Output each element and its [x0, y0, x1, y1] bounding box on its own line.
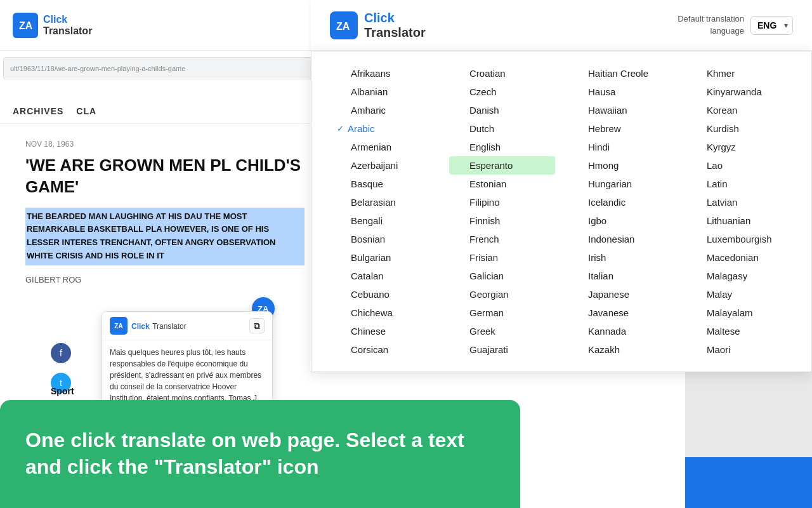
lang-column-2: CroatianCzechDanishDutchEnglishEsperanto… — [443, 64, 561, 359]
article-headline: 'WE ARE GROWN MEN PL CHILD'S GAME' — [25, 155, 304, 198]
lang-item[interactable]: Irish — [568, 248, 674, 267]
lang-item[interactable]: Chichewa — [331, 304, 436, 322]
lang-item[interactable]: Latin — [686, 175, 792, 193]
lang-columns: AfrikaansAlbanianAmharicArabicArmenianAz… — [311, 64, 811, 359]
bg-nav: ARCHIVES CLA — [0, 98, 311, 124]
lang-item[interactable]: Belarasian — [331, 193, 436, 211]
lang-item[interactable]: English — [449, 138, 555, 156]
lang-item[interactable]: Frisian — [449, 248, 555, 267]
lang-item[interactable]: Afrikaans — [331, 64, 436, 83]
lang-item[interactable]: Greek — [449, 322, 555, 340]
nav-archives[interactable]: ARCHIVES — [13, 106, 63, 116]
lang-item[interactable]: Malagasy — [686, 267, 792, 285]
lang-item[interactable]: Czech — [449, 83, 555, 101]
lang-item[interactable]: Hungarian — [568, 175, 674, 193]
lang-item[interactable]: Malayalam — [686, 304, 792, 322]
blue-decorative-box — [685, 457, 812, 508]
lang-setting: Default translationlanguage ENG FRN SPA — [678, 13, 793, 36]
lang-item[interactable]: Igbo — [568, 211, 674, 230]
lang-item[interactable]: Croatian — [449, 64, 555, 83]
lang-item[interactable]: Indonesian — [568, 230, 674, 248]
lang-item[interactable]: Lithuanian — [686, 211, 792, 230]
copy-button[interactable]: ⧉ — [249, 318, 265, 333]
nav-cla[interactable]: CLA — [76, 106, 96, 116]
facebook-icon[interactable]: f — [51, 343, 71, 363]
bg-header: ZA Click Translator — [0, 0, 311, 51]
lang-item[interactable]: Kurdish — [686, 119, 792, 138]
article-highlighted: THE BEARDED MAN LAUGHING AT HIS DAU THE … — [25, 208, 304, 265]
sport-label: Sport — [51, 386, 74, 396]
lang-column-4: KhmerKinyarwandaKoreanKurdishKyrgyzLaoLa… — [680, 64, 799, 359]
lang-column-3: Haitian CreoleHausaHawaiianHebrewHindiHm… — [561, 64, 680, 359]
lang-item[interactable]: Catalan — [331, 267, 436, 285]
lang-item[interactable]: Esperanto — [449, 156, 555, 175]
lang-item[interactable]: Bulgarian — [331, 248, 436, 267]
svg-text:ZA: ZA — [336, 21, 350, 32]
lang-item[interactable]: Chinese — [331, 322, 436, 340]
ext-logo-icon: ZA — [330, 11, 358, 39]
bg-logo-label: Click Translator — [43, 14, 92, 37]
lang-item[interactable]: Hebrew — [568, 119, 674, 138]
popup-logo-icon: ZA — [110, 317, 128, 335]
lang-item[interactable]: Korean — [686, 101, 792, 119]
lang-item[interactable]: Amharic — [331, 101, 436, 119]
popup-logo-text: Click Translator — [131, 320, 187, 331]
lang-item[interactable]: French — [449, 230, 555, 248]
lang-item[interactable]: Maltese — [686, 322, 792, 340]
lang-item[interactable]: Khmer — [686, 64, 792, 83]
lang-item[interactable]: Haitian Creole — [568, 64, 674, 83]
lang-item[interactable]: Kazakh — [568, 340, 674, 359]
language-dropdown: AfrikaansAlbanianAmharicArabicArmenianAz… — [311, 51, 812, 372]
lang-item[interactable]: Danish — [449, 101, 555, 119]
lang-item[interactable]: Icelandic — [568, 193, 674, 211]
lang-item[interactable]: Kyrgyz — [686, 138, 792, 156]
lang-item[interactable]: Cebuano — [331, 285, 436, 304]
lang-item[interactable]: Galician — [449, 267, 555, 285]
cta-text: One click translate on web page. Select … — [25, 427, 495, 480]
lang-item[interactable]: Bengali — [331, 211, 436, 230]
lang-item[interactable]: Javanese — [568, 304, 674, 322]
lang-item[interactable]: Filipino — [449, 193, 555, 211]
lang-item[interactable]: Kinyarwanda — [686, 83, 792, 101]
ext-logo: ZA ClickTranslator — [330, 11, 426, 40]
lang-item[interactable]: Kannada — [568, 322, 674, 340]
lang-item[interactable]: Georgian — [449, 285, 555, 304]
lang-item[interactable]: Latvian — [686, 193, 792, 211]
lang-item[interactable]: Hausa — [568, 83, 674, 101]
extension-header: ZA ClickTranslator Default translationla… — [311, 0, 812, 51]
bg-logo-icon: ZA — [13, 13, 38, 38]
lang-item[interactable]: Estonian — [449, 175, 555, 193]
article-author: GILBERT ROG — [25, 275, 304, 284]
lang-item[interactable]: Maori — [686, 340, 792, 359]
article-content: NOV 18, 1963 'WE ARE GROWN MEN PL CHILD'… — [25, 140, 304, 284]
lang-item[interactable]: Azerbaijani — [331, 156, 436, 175]
lang-item[interactable]: Italian — [568, 267, 674, 285]
svg-text:ZA: ZA — [19, 20, 33, 31]
popup-logo: ZA Click Translator — [110, 317, 187, 335]
lang-item[interactable]: Basque — [331, 175, 436, 193]
lang-item[interactable]: Japanese — [568, 285, 674, 304]
article-date: NOV 18, 1963 — [25, 140, 304, 149]
lang-item[interactable]: Finnish — [449, 211, 555, 230]
lang-item[interactable]: Malay — [686, 285, 792, 304]
lang-item[interactable]: Armenian — [331, 138, 436, 156]
lang-select[interactable]: ENG FRN SPA — [750, 16, 793, 35]
lang-setting-label: Default translationlanguage — [678, 13, 744, 36]
lang-item[interactable]: Albanian — [331, 83, 436, 101]
lang-item[interactable]: Macedonian — [686, 248, 792, 267]
lang-item[interactable]: Lao — [686, 156, 792, 175]
lang-item[interactable]: Corsican — [331, 340, 436, 359]
url-bar[interactable]: ult/1963/11/18/we-are-grown-men-playing-… — [3, 57, 314, 79]
lang-item[interactable]: Arabic — [331, 119, 436, 138]
popup-header: ZA Click Translator ⧉ — [102, 312, 272, 340]
lang-item[interactable]: Bosnian — [331, 230, 436, 248]
lang-item[interactable]: Dutch — [449, 119, 555, 138]
lang-item[interactable]: Hawaiian — [568, 101, 674, 119]
lang-item[interactable]: Guajarati — [449, 340, 555, 359]
lang-item[interactable]: Luxembourgish — [686, 230, 792, 248]
lang-item[interactable]: Hindi — [568, 138, 674, 156]
lang-column-1: AfrikaansAlbanianAmharicArabicArmenianAz… — [324, 64, 443, 359]
lang-item[interactable]: German — [449, 304, 555, 322]
lang-select-wrapper[interactable]: ENG FRN SPA — [750, 16, 793, 35]
lang-item[interactable]: Hmong — [568, 156, 674, 175]
